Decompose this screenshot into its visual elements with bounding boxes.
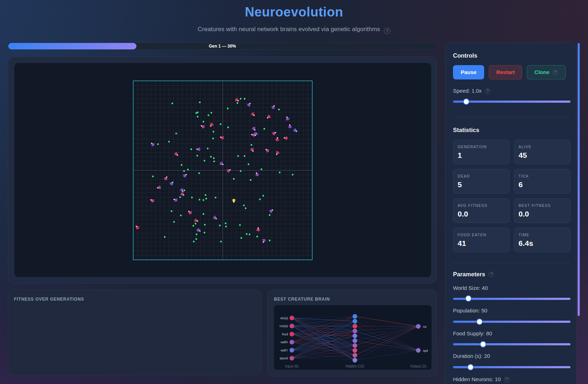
svg-text:wallX: wallX bbox=[280, 340, 288, 344]
svg-text:food: food bbox=[282, 332, 288, 336]
svg-text:Hidden (10): Hidden (10) bbox=[346, 364, 364, 368]
svg-text:wallY: wallY bbox=[280, 349, 288, 352]
svg-text:sin(a): sin(a) bbox=[280, 316, 288, 320]
svg-text:Input (6): Input (6) bbox=[285, 364, 298, 368]
svg-text:Output (2): Output (2) bbox=[410, 364, 426, 368]
svg-text:cos(a): cos(a) bbox=[279, 324, 288, 328]
svg-text:rot: rot bbox=[423, 325, 427, 329]
svg-text:speed: speed bbox=[280, 356, 288, 360]
svg-text:spd: spd bbox=[423, 349, 428, 353]
